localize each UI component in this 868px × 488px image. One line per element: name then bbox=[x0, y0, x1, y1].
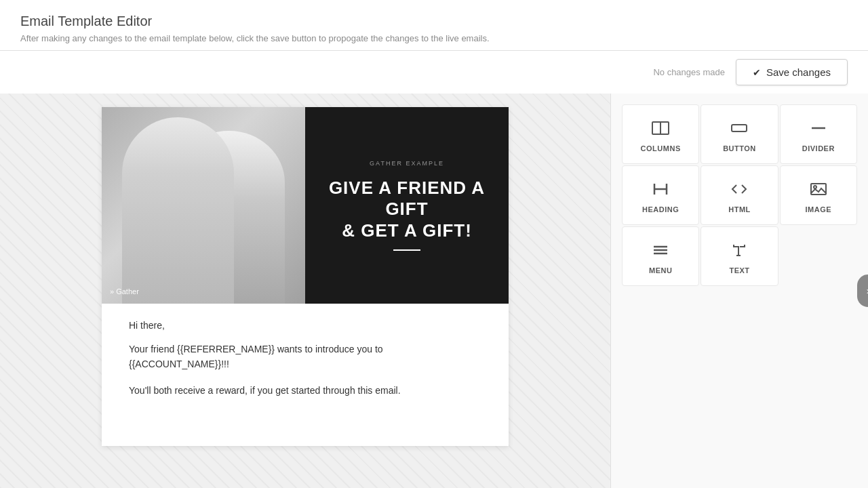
email-preview-wrapper: » Gather GATHER EXAMPLE GIVE A FRIEND A … bbox=[0, 94, 610, 488]
toolbar: No changes made ✔ Save changes bbox=[0, 51, 868, 94]
save-button-label: Save changes bbox=[766, 66, 831, 78]
email-header-photo: » Gather bbox=[102, 107, 305, 304]
menu-label: MENU bbox=[649, 266, 672, 274]
gift-headline: GIVE A FRIEND A GIFT & GET A GIFT! bbox=[319, 178, 495, 241]
tools-grid: COLUMNS BUTTON bbox=[611, 94, 868, 297]
html-icon bbox=[730, 180, 749, 199]
image-icon bbox=[809, 180, 828, 199]
email-canvas: » Gather GATHER EXAMPLE GIVE A FRIEND A … bbox=[102, 107, 509, 446]
content-area: » Gather GATHER EXAMPLE GIVE A FRIEND A … bbox=[0, 94, 868, 488]
tool-image[interactable]: IMAGE bbox=[780, 165, 857, 225]
page-subtitle: After making any changes to the email te… bbox=[20, 33, 848, 43]
text-label: TEXT bbox=[729, 266, 749, 274]
email-header-image: » Gather GATHER EXAMPLE GIVE A FRIEND A … bbox=[102, 107, 509, 304]
gather-logo: » Gather bbox=[110, 287, 139, 296]
tool-columns[interactable]: COLUMNS bbox=[622, 104, 699, 164]
svg-rect-7 bbox=[811, 184, 826, 195]
svg-point-8 bbox=[814, 186, 816, 188]
button-icon bbox=[730, 119, 749, 138]
text-icon bbox=[730, 241, 749, 260]
no-changes-label: No changes made bbox=[653, 67, 725, 77]
page-title: Email Template Editor bbox=[20, 14, 848, 29]
email-paragraph-1: Your friend {{REFERRER_NAME}} wants to i… bbox=[129, 342, 481, 372]
divider-icon bbox=[809, 119, 828, 138]
photo-background bbox=[102, 107, 305, 304]
checkmark-icon: ✔ bbox=[753, 67, 761, 78]
email-greeting: Hi there, bbox=[129, 320, 481, 331]
tool-html[interactable]: HTML bbox=[701, 165, 778, 225]
header: Email Template Editor After making any c… bbox=[0, 0, 868, 51]
tool-text[interactable]: TEXT bbox=[701, 226, 778, 286]
html-label: HTML bbox=[728, 205, 751, 214]
button-label: BUTTON bbox=[723, 144, 756, 152]
columns-icon bbox=[651, 119, 670, 138]
svg-rect-2 bbox=[732, 125, 747, 131]
email-body: Hi there, Your friend {{REFERRER_NAME}} … bbox=[102, 304, 509, 425]
scroll-handle[interactable]: › bbox=[857, 274, 868, 307]
tool-heading[interactable]: HEADING bbox=[622, 165, 699, 225]
tool-button[interactable]: BUTTON bbox=[701, 104, 778, 164]
menu-icon bbox=[651, 241, 670, 260]
gather-example-text: GATHER EXAMPLE bbox=[370, 160, 444, 167]
heading-icon bbox=[651, 180, 670, 199]
columns-label: COLUMNS bbox=[641, 144, 681, 152]
tool-menu[interactable]: MENU bbox=[622, 226, 699, 286]
tool-divider[interactable]: DIVIDER bbox=[780, 104, 857, 164]
heading-label: HEADING bbox=[642, 205, 679, 214]
page-wrapper: Email Template Editor After making any c… bbox=[0, 0, 868, 488]
email-header-dark: GATHER EXAMPLE GIVE A FRIEND A GIFT & GE… bbox=[305, 107, 509, 304]
divider-label: DIVIDER bbox=[802, 144, 835, 152]
gift-divider bbox=[393, 249, 420, 251]
person-silhouette-1 bbox=[122, 117, 234, 304]
image-label: IMAGE bbox=[806, 205, 832, 214]
email-paragraph-2: You'll both receive a reward, if you get… bbox=[129, 383, 481, 398]
sidebar-tools: COLUMNS BUTTON bbox=[610, 94, 868, 488]
save-changes-button[interactable]: ✔ Save changes bbox=[736, 59, 848, 85]
